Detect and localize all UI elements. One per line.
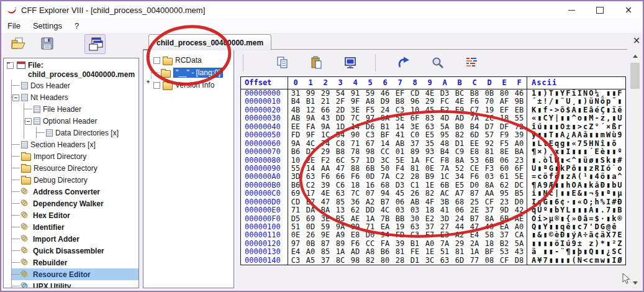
sidebar-tree-item[interactable]: Data Directories [x] [37, 127, 138, 139]
hex-byte[interactable]: FD [288, 131, 303, 139]
hex-byte[interactable]: B4 [437, 148, 452, 156]
hex-byte[interactable]: 48 [437, 140, 452, 148]
copy-button[interactable] [274, 55, 291, 71]
hex-byte[interactable]: AF [497, 98, 512, 106]
hex-byte[interactable]: 41 [437, 206, 452, 214]
hex-byte[interactable]: BC [452, 89, 467, 98]
hex-byte[interactable]: 87 [318, 240, 333, 248]
hex-byte[interactable]: 43 [318, 114, 333, 122]
hex-byte[interactable]: 2A [467, 240, 482, 248]
hex-byte[interactable]: 7A [467, 114, 482, 122]
hex-byte[interactable]: B1 [407, 240, 422, 248]
hex-byte[interactable]: EE [288, 123, 303, 131]
hex-byte[interactable]: 25 [467, 198, 482, 206]
hex-byte[interactable]: 63 [303, 173, 318, 181]
hex-byte[interactable]: 57 [482, 131, 497, 139]
hex-byte[interactable]: 94 [378, 231, 392, 239]
hex-byte[interactable]: A7 [452, 189, 467, 198]
expander-box[interactable] [7, 62, 14, 69]
hex-byte[interactable]: 85 [318, 248, 333, 256]
sidebar-tree-item[interactable]: Dependency Walker [12, 198, 138, 209]
hex-byte[interactable]: EA [497, 223, 512, 231]
hex-byte[interactable]: EB [512, 106, 527, 114]
hex-byte[interactable]: 97 [363, 114, 378, 122]
sidebar-tree-item[interactable]: Dos Header [12, 80, 138, 91]
hex-byte[interactable]: DD [363, 206, 378, 214]
hex-byte[interactable]: DA [303, 206, 318, 214]
hex-byte[interactable]: AC [437, 189, 452, 198]
hex-bytes[interactable]: FD9F1C5490C3BF41C0E595826D57F939 [288, 131, 527, 139]
hex-byte[interactable]: BA [512, 148, 527, 156]
hex-byte[interactable]: 2F [333, 98, 348, 106]
hex-byte[interactable]: 27 [437, 223, 452, 231]
hex-byte[interactable]: E3 [437, 231, 452, 239]
hex-byte[interactable]: 28 [392, 257, 407, 265]
hex-byte[interactable]: 39 [512, 131, 527, 139]
hex-byte[interactable]: 53 [467, 157, 482, 165]
hex-byte[interactable]: 61 [497, 173, 512, 181]
hex-byte[interactable]: 8A [482, 181, 497, 189]
hex-byte[interactable]: 0D [303, 223, 318, 231]
hex-byte[interactable]: 10 [288, 157, 303, 165]
sidebar-tree-item[interactable]: Quick Disassembler [12, 245, 138, 257]
hex-byte[interactable]: 63 [437, 257, 452, 265]
hex-byte[interactable]: A5 [303, 257, 318, 265]
hex-byte[interactable]: 34 [452, 173, 467, 181]
hex-bytes[interactable]: 3D63F666F60D7AC228B91C34F603615E [288, 173, 527, 181]
hex-byte[interactable]: 1A [467, 248, 482, 256]
hex-byte[interactable]: 06 [497, 157, 512, 165]
ascii-text[interactable]: ▮LtÈqg▮«75HÑî▮õ [527, 140, 625, 148]
hex-bytes[interactable]: 71DABA1362DD4C03031841062E379D42 [288, 206, 527, 214]
hex-byte[interactable]: 35 [422, 140, 437, 148]
hex-byte[interactable]: 31 [288, 89, 303, 98]
hex-bytes[interactable]: C3A5378C98828028D13C636D7708CFD8 [288, 257, 527, 265]
sidebar-tree-item[interactable]: File: child_process_00400000.mem [6, 60, 138, 80]
hex-byte[interactable]: C8 [333, 140, 348, 148]
hex-byte[interactable]: 8C [333, 257, 348, 265]
hex-byte[interactable]: B1 [378, 123, 392, 131]
ascii-text[interactable]: ▮&▮©èÐ▮ýÃ÷ã¢äX7Ê [527, 231, 625, 239]
hex-byte[interactable]: 19 [392, 223, 407, 231]
hex-byte[interactable]: 29 [318, 89, 333, 98]
hex-byte[interactable]: E8 [467, 148, 482, 156]
hex-byte[interactable]: 71 [348, 140, 363, 148]
hex-byte[interactable]: A0 [303, 248, 318, 256]
hex-byte[interactable]: B5 [333, 215, 348, 223]
hex-byte[interactable]: 2C [482, 114, 497, 122]
hex-byte[interactable]: 21 [318, 98, 333, 106]
hex-byte[interactable]: 03 [482, 173, 497, 181]
hex-byte[interactable]: E2 [422, 215, 437, 223]
hex-byte[interactable]: FD [392, 231, 407, 239]
ascii-text[interactable]: qÚº▮bÝL▮▮▮A▮.7▮B [527, 206, 625, 214]
hex-byte[interactable]: 1A [333, 248, 348, 256]
hex-byte[interactable]: F5 [363, 106, 378, 114]
hex-byte[interactable]: B4 [467, 123, 482, 131]
hex-byte[interactable]: 52 [452, 165, 467, 173]
hex-byte[interactable]: 98 [363, 148, 378, 156]
hex-byte[interactable]: B4 [288, 98, 303, 106]
hex-byte[interactable]: 63 [407, 223, 422, 231]
hex-byte[interactable]: 54 [333, 89, 348, 98]
hex-bytes[interactable]: E4A0851AADA8B681FE1E51811ABF5343 [288, 248, 527, 256]
hex-byte[interactable]: 95 [497, 189, 512, 198]
hex-byte[interactable]: D5 [288, 215, 303, 223]
hex-byte[interactable]: 66 [333, 173, 348, 181]
hex-byte[interactable]: 07 [363, 189, 378, 198]
hex-byte[interactable]: 18 [497, 114, 512, 122]
hex-bytes[interactable]: B4B1212F9FA8D9B89629FC4EF670AF9B [288, 98, 527, 106]
hex-byte[interactable]: 53 [497, 248, 512, 256]
hex-byte[interactable]: 69 [303, 215, 318, 223]
hex-byte[interactable]: C0 [407, 131, 422, 139]
scrollbar-thumb[interactable] [630, 63, 640, 89]
hex-byte[interactable]: AA [318, 165, 333, 173]
hex-byte[interactable]: 44 [452, 223, 467, 231]
hex-byte[interactable]: AB [288, 114, 303, 122]
hex-byte[interactable]: 39 [318, 181, 333, 189]
hex-byte[interactable]: 0D [363, 173, 378, 181]
hex-byte[interactable]: 36 [348, 198, 363, 206]
hex-byte[interactable]: 14 [348, 123, 363, 131]
hex-byte[interactable]: 50 [378, 165, 392, 173]
hex-byte[interactable]: 5E [512, 173, 527, 181]
hex-byte[interactable]: FC [437, 98, 452, 106]
hex-byte[interactable]: 1A [363, 215, 378, 223]
